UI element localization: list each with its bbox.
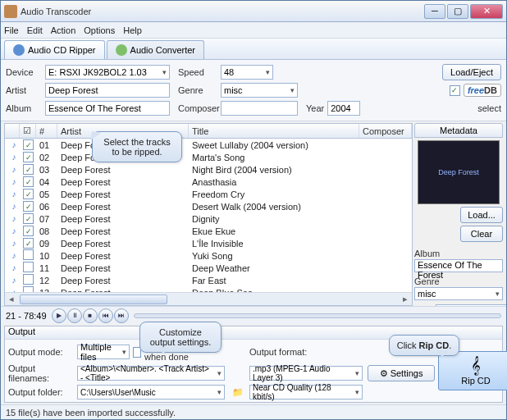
tabbar: Audio CD Ripper Audio Converter — [1, 39, 506, 60]
play-button[interactable]: ▶ — [52, 308, 66, 323]
album-label: Album — [6, 103, 42, 113]
scroll-thumb[interactable] — [20, 294, 167, 304]
artist-input[interactable] — [45, 83, 170, 98]
prev-button[interactable]: ⏮ — [98, 308, 113, 323]
app-window: Audio Transcoder ─ ▢ ✕ File Edit Action … — [0, 0, 507, 420]
table-row[interactable]: ♪✓01Deep ForestSweet Lullaby (2004 versi… — [5, 139, 412, 151]
track-artist: Deep Forest — [57, 189, 189, 199]
track-check[interactable]: ✓ — [23, 213, 34, 224]
genre-label: Genre — [178, 85, 217, 95]
col-num[interactable]: # — [36, 124, 57, 138]
table-row[interactable]: ♪11Deep ForestDeep Weather — [5, 262, 412, 274]
track-artist: Deep Forest — [57, 214, 189, 224]
load-eject-button[interactable]: Load/Eject — [442, 64, 501, 80]
track-check[interactable] — [23, 262, 34, 272]
menu-edit[interactable]: Edit — [27, 25, 43, 35]
device-select[interactable]: E: RSXI JK92BOL2 1.03 — [45, 65, 170, 80]
menu-action[interactable]: Action — [51, 25, 76, 35]
year-input[interactable] — [327, 101, 360, 116]
track-number: 08 — [36, 226, 57, 236]
track-check[interactable] — [23, 249, 34, 260]
note-icon: ♪ — [8, 201, 20, 212]
tab-audio-converter[interactable]: Audio Converter — [107, 40, 205, 59]
speed-select[interactable]: 48 — [221, 65, 273, 80]
track-check[interactable]: ✓ — [23, 238, 34, 249]
track-check[interactable]: ✓ — [23, 226, 34, 236]
composer-input[interactable] — [221, 101, 298, 116]
close-button[interactable]: ✕ — [470, 4, 503, 19]
meta-album-input[interactable]: Essence Of The Forest — [414, 259, 503, 272]
col-title[interactable]: Title — [189, 124, 359, 138]
track-title: L'Île Invisible — [189, 239, 359, 249]
track-check[interactable]: ✓ — [23, 176, 34, 187]
seek-slider[interactable] — [134, 313, 501, 318]
scroll-right-icon[interactable]: ▸ — [399, 294, 412, 304]
table-row[interactable]: ♪✓06Deep ForestDesert Walk (2004 version… — [5, 200, 412, 212]
tab-cd-ripper[interactable]: Audio CD Ripper — [4, 40, 105, 59]
note-icon: ♪ — [8, 164, 20, 176]
load-cover-button[interactable]: Load... — [460, 207, 503, 223]
album-input[interactable] — [45, 101, 170, 116]
output-mode-select[interactable]: Multiple files — [77, 345, 130, 359]
table-row[interactable]: ♪10Deep ForestYuki Song — [5, 249, 412, 262]
maximize-button[interactable]: ▢ — [447, 4, 468, 19]
stop-button[interactable]: ■ — [83, 308, 98, 323]
track-artist: Deep Forest — [57, 251, 189, 261]
track-title: Marta's Song — [189, 153, 359, 162]
pause-button[interactable]: ⏸ — [67, 308, 82, 323]
track-check[interactable]: ✓ — [23, 139, 34, 150]
track-check[interactable]: ✓ — [23, 152, 34, 162]
menu-file[interactable]: File — [4, 25, 19, 35]
browse-folder-icon[interactable]: 📁 — [231, 387, 244, 398]
metadata-tab[interactable]: Metadata — [414, 123, 503, 138]
genre-select[interactable]: misc — [221, 83, 298, 98]
table-row[interactable]: ♪✓09Deep ForestL'Île Invisible — [5, 237, 412, 249]
h-scrollbar[interactable]: ◂ ▸ — [5, 292, 412, 305]
select-all-check[interactable]: ✓ — [450, 85, 460, 96]
track-check[interactable]: ✓ — [23, 201, 34, 212]
filenames-select[interactable]: <Album>\<Number>. <Track Artist> - <Titl… — [77, 366, 225, 381]
col-composer[interactable]: Composer — [359, 124, 412, 138]
table-row[interactable]: ♪✓04Deep ForestAnasthasia — [5, 176, 412, 188]
table-row[interactable]: ♪✓02Deep ForestMarta's Song — [5, 151, 412, 163]
col-check[interactable]: ☑ — [20, 124, 36, 138]
track-title: Anasthasia — [189, 177, 359, 187]
menu-help[interactable]: Help — [123, 25, 142, 35]
meta-genre-select[interactable]: misc — [414, 287, 503, 300]
track-check[interactable] — [23, 274, 34, 285]
table-row[interactable]: ♪✓08Deep ForestEkue Ekue — [5, 225, 412, 237]
freedb-button[interactable]: freeDB — [464, 84, 501, 97]
folder-select[interactable]: C:\Users\User\Music — [77, 385, 225, 399]
artist-label: Artist — [6, 85, 42, 95]
track-number: 13 — [36, 288, 57, 293]
track-check[interactable]: ✓ — [23, 164, 34, 175]
menu-options[interactable]: Options — [84, 25, 115, 35]
track-title: Night Bird (2004 version) — [189, 165, 359, 175]
settings-button[interactable]: ⚙ Settings — [368, 365, 435, 381]
track-title: Far East — [189, 276, 359, 285]
track-check[interactable]: ✓ — [23, 189, 34, 199]
minimize-button[interactable]: ─ — [424, 4, 445, 19]
clear-cover-button[interactable]: Clear — [460, 226, 503, 242]
note-icon: ♪ — [8, 238, 20, 249]
scroll-left-icon[interactable]: ◂ — [5, 294, 18, 304]
table-row[interactable]: ♪12Deep ForestFar East — [5, 274, 412, 286]
note-icon: ♪ — [8, 262, 20, 274]
track-artist: Deep Forest — [57, 165, 189, 175]
track-number: 07 — [36, 214, 57, 224]
track-body[interactable]: ♪✓01Deep ForestSweet Lullaby (2004 versi… — [5, 139, 412, 292]
next-button[interactable]: ⏭ — [114, 308, 129, 323]
titlebar: Audio Transcoder ─ ▢ ✕ — [1, 1, 506, 22]
top-controls: Device E: RSXI JK92BOL2 1.03 Speed 48 Lo… — [1, 60, 506, 121]
track-check[interactable] — [23, 286, 34, 292]
table-row[interactable]: ♪✓07Deep ForestDignity — [5, 212, 412, 225]
table-row[interactable]: ♪✓05Deep ForestFreedom Cry — [5, 188, 412, 200]
track-title: Deep Weather — [189, 263, 359, 273]
format-select[interactable]: .mp3 (MPEG-1 Audio Layer 3) — [249, 366, 363, 381]
track-table: ☑ # Artist Title Composer ♪✓01Deep Fores… — [4, 123, 413, 306]
table-row[interactable]: ♪13Deep ForestDeep Blue Sea — [5, 286, 412, 292]
filenames-label: Output filenames: — [8, 363, 74, 383]
note-icon: ♪ — [8, 152, 20, 163]
quality-select[interactable]: Near CD Quality (128 kbit/s) — [249, 385, 363, 399]
table-row[interactable]: ♪✓03Deep ForestNight Bird (2004 version) — [5, 163, 412, 176]
